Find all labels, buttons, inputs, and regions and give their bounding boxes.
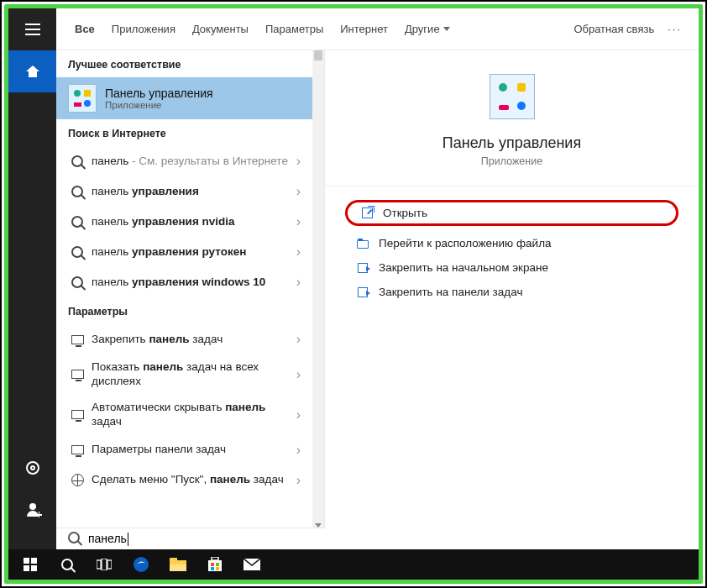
control-panel-large-icon	[490, 74, 535, 119]
text-caret	[128, 533, 128, 546]
chevron-right-icon: ›	[296, 407, 301, 423]
tab-settings[interactable]: Параметры	[257, 8, 332, 50]
detail-title: Панель управления	[443, 134, 581, 152]
search-icon	[68, 155, 86, 167]
task-view-button[interactable]	[86, 549, 123, 580]
results-list: Лучшее соответствие	[56, 50, 325, 529]
taskbar-search-button[interactable]	[49, 549, 86, 580]
settings-button[interactable]	[8, 447, 56, 489]
chevron-right-icon: ›	[296, 244, 301, 260]
settings-result-row[interactable]: Автоматически скрывать панель задач ›	[56, 395, 312, 435]
svg-rect-5	[102, 559, 107, 570]
taskbar	[8, 549, 699, 580]
search-query-text: панель	[88, 532, 127, 545]
chevron-right-icon: ›	[296, 154, 301, 169]
home-icon	[26, 66, 39, 77]
svg-rect-2	[24, 565, 29, 571]
settings-result-row[interactable]: Сделать меню "Пуск", панель задач ›	[56, 465, 312, 496]
menu-button[interactable]	[8, 8, 56, 50]
svg-point-7	[134, 557, 149, 572]
chevron-right-icon: ›	[296, 275, 301, 290]
group-header-settings: Параметры	[56, 297, 312, 324]
svg-rect-4	[97, 560, 101, 569]
web-result-row[interactable]: панель - См. результаты в Интернете ›	[56, 146, 312, 176]
control-panel-icon	[68, 84, 97, 113]
web-result-row[interactable]: панель управления windows 10 ›	[56, 267, 312, 297]
tab-all[interactable]: Все	[66, 8, 103, 50]
open-icon	[358, 207, 376, 218]
group-header-best-match: Лучшее соответствие	[56, 50, 312, 77]
search-icon	[61, 559, 73, 570]
folder-icon	[354, 239, 372, 249]
pin-icon	[354, 287, 372, 297]
pin-icon	[354, 263, 372, 273]
svg-rect-9	[170, 558, 177, 561]
action-pin-start[interactable]: Закрепить на начальном экране	[345, 255, 678, 280]
monitor-icon	[68, 335, 86, 344]
action-pin-taskbar[interactable]: Закрепить на панели задач	[345, 280, 678, 304]
mail-icon	[244, 559, 260, 570]
taskbar-app-explorer[interactable]	[160, 549, 196, 580]
windows-logo-icon	[24, 558, 37, 571]
tab-more[interactable]: Другие	[396, 8, 458, 50]
svg-rect-11	[208, 560, 222, 571]
web-result-row[interactable]: панель управления nvidia ›	[56, 207, 312, 237]
overflow-menu-button[interactable]: ···	[661, 23, 689, 35]
detail-subtitle: Приложение	[481, 155, 542, 167]
chevron-right-icon: ›	[296, 184, 301, 199]
svg-rect-12	[212, 557, 218, 560]
monitor-icon	[68, 370, 86, 379]
tab-web[interactable]: Интернет	[332, 8, 396, 50]
web-result-row[interactable]: панель управления рутокен ›	[56, 237, 312, 267]
web-result-row[interactable]: панель управления ›	[56, 176, 312, 207]
taskbar-app-mail[interactable]	[233, 549, 270, 580]
home-button[interactable]	[8, 50, 56, 92]
results-scrollbar[interactable]	[312, 50, 324, 529]
search-icon	[68, 246, 86, 258]
best-match-item[interactable]: Панель управления Приложение	[56, 77, 312, 119]
chevron-right-icon: ›	[296, 214, 301, 229]
svg-rect-14	[216, 563, 219, 566]
svg-rect-15	[211, 567, 214, 570]
search-icon	[68, 186, 86, 197]
monitor-icon	[68, 410, 86, 419]
chevron-right-icon: ›	[296, 367, 301, 382]
detail-pane: Панель управления Приложение Открыть Пер…	[325, 50, 699, 529]
account-button[interactable]	[8, 489, 56, 531]
search-panel: Все Приложения Документы Параметры Интер…	[56, 8, 699, 529]
taskbar-app-store[interactable]	[196, 549, 233, 580]
search-icon	[68, 532, 85, 547]
svg-rect-1	[31, 558, 37, 564]
svg-rect-0	[24, 558, 29, 564]
best-match-subtitle: Приложение	[105, 100, 213, 110]
chevron-right-icon: ›	[296, 332, 301, 347]
task-view-icon	[97, 559, 112, 570]
store-icon	[207, 557, 223, 572]
left-navigation-rail	[8, 8, 56, 580]
feedback-link[interactable]: Обратная связь	[567, 23, 661, 35]
tab-documents[interactable]: Документы	[184, 8, 257, 50]
settings-result-row[interactable]: Параметры панели задач ›	[56, 435, 312, 465]
start-button[interactable]	[12, 549, 49, 580]
svg-rect-16	[216, 567, 219, 570]
svg-rect-3	[31, 565, 37, 571]
search-input[interactable]: панель	[56, 528, 325, 549]
settings-result-row[interactable]: Показать панель задач на всех дисплеях ›	[56, 354, 312, 395]
gear-icon	[26, 461, 39, 475]
action-open[interactable]: Открыть	[345, 200, 678, 226]
taskbar-app-edge[interactable]	[123, 549, 160, 580]
edge-icon	[133, 556, 149, 573]
search-icon	[68, 216, 86, 228]
hamburger-icon	[25, 29, 40, 30]
file-explorer-icon	[170, 558, 186, 571]
action-open-location[interactable]: Перейти к расположению файла	[345, 231, 678, 255]
settings-result-row[interactable]: Закрепить панель задач ›	[56, 324, 312, 354]
filter-tabs: Все Приложения Документы Параметры Интер…	[56, 8, 699, 50]
group-header-web: Поиск в Интернете	[56, 119, 312, 146]
chevron-right-icon: ›	[296, 443, 301, 458]
best-match-title: Панель управления	[105, 87, 213, 100]
tab-apps[interactable]: Приложения	[103, 8, 184, 50]
monitor-icon	[68, 445, 86, 454]
person-add-icon	[26, 503, 39, 517]
svg-rect-6	[107, 560, 112, 569]
